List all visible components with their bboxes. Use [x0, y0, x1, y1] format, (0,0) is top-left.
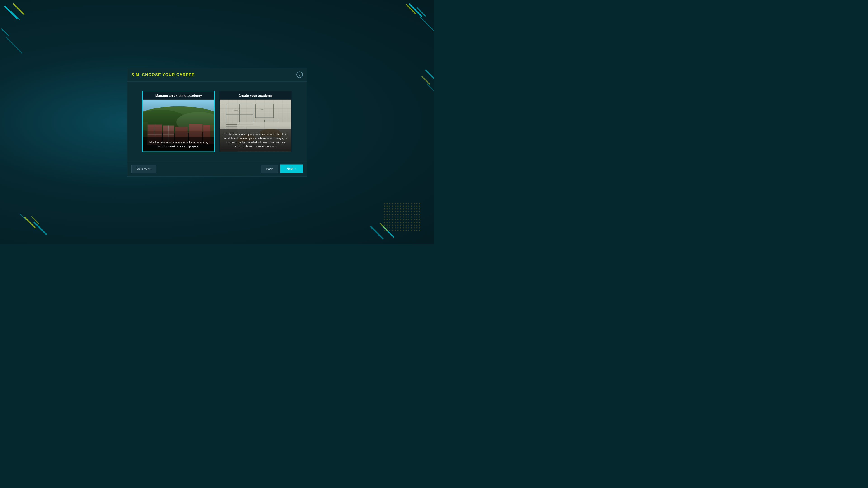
card-image-manage: Take the reins of an already established… [143, 100, 214, 152]
chevron-right-icon: › [295, 167, 297, 171]
card-desc-manage: Take the reins of an already established… [143, 137, 214, 152]
back-button[interactable]: Back [261, 165, 278, 173]
card-title-manage: Manage an existing academy [143, 91, 214, 100]
help-button[interactable]: ? [297, 72, 303, 78]
card-image-create: COURT A LOBBY OFFICE [220, 100, 291, 152]
next-button[interactable]: Next › [280, 165, 303, 173]
modal-footer: Main menu Back Next › [127, 161, 307, 176]
modal-body: Manage an existing academy [127, 82, 307, 161]
card-desc-create: Create your academy at your convenience:… [220, 129, 291, 152]
career-choice-modal: SIM, CHOOSE YOUR CAREER ? Manage an exis… [127, 68, 308, 176]
footer-right-buttons: Back Next › [261, 165, 303, 173]
career-card-create[interactable]: Create your academy [219, 91, 292, 152]
modal-header: SIM, CHOOSE YOUR CAREER ? [127, 68, 307, 82]
career-card-manage-existing[interactable]: Manage an existing academy [143, 91, 215, 152]
next-label: Next [286, 167, 293, 171]
card-title-create: Create your academy [220, 91, 291, 100]
main-menu-button[interactable]: Main menu [131, 165, 156, 173]
modal-title: SIM, CHOOSE YOUR CAREER [131, 72, 195, 77]
